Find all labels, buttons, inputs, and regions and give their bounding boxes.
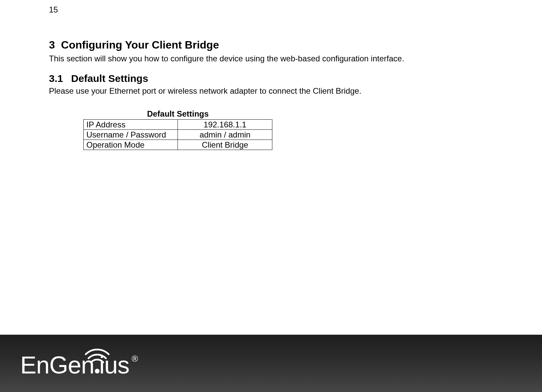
default-settings-table-wrapper: Default Settings IP Address 192.168.1.1 …	[83, 109, 488, 150]
heading-2: 3.1Default Settings	[49, 73, 488, 84]
table-row: IP Address 192.168.1.1	[84, 120, 272, 130]
heading-1: 3Configuring Your Client Bridge	[49, 39, 488, 51]
heading-2-number: 3.1	[49, 73, 63, 84]
svg-text:EnGen: EnGen	[20, 352, 94, 379]
heading-2-title: Default Settings	[71, 73, 148, 84]
brand-logo: EnGen ius ®	[20, 345, 142, 382]
main-content: 3Configuring Your Client Bridge This sec…	[49, 39, 488, 150]
engenius-logo-icon: EnGen ius ®	[20, 345, 142, 382]
table-cell-value: 192.168.1.1	[178, 120, 272, 130]
default-settings-table: IP Address 192.168.1.1 Username / Passwo…	[83, 119, 272, 150]
svg-text:®: ®	[132, 354, 138, 364]
table-cell-value: admin / admin	[178, 130, 272, 140]
table-row: Operation Mode Client Bridge	[84, 140, 272, 150]
table-title: Default Settings	[83, 109, 272, 119]
sub-paragraph: Please use your Ethernet port or wireles…	[49, 86, 488, 96]
table-cell-label: Username / Password	[84, 130, 178, 140]
heading-1-title: Configuring Your Client Bridge	[61, 39, 219, 51]
table-row: Username / Password admin / admin	[84, 130, 272, 140]
table-cell-value: Client Bridge	[178, 140, 272, 150]
table-cell-label: Operation Mode	[84, 140, 178, 150]
page-number: 15	[49, 5, 58, 14]
intro-paragraph: This section will show you how to config…	[49, 54, 488, 63]
svg-point-2	[95, 369, 100, 373]
heading-1-number: 3	[49, 39, 55, 51]
footer: EnGen ius ®	[0, 335, 542, 392]
table-cell-label: IP Address	[84, 120, 178, 130]
